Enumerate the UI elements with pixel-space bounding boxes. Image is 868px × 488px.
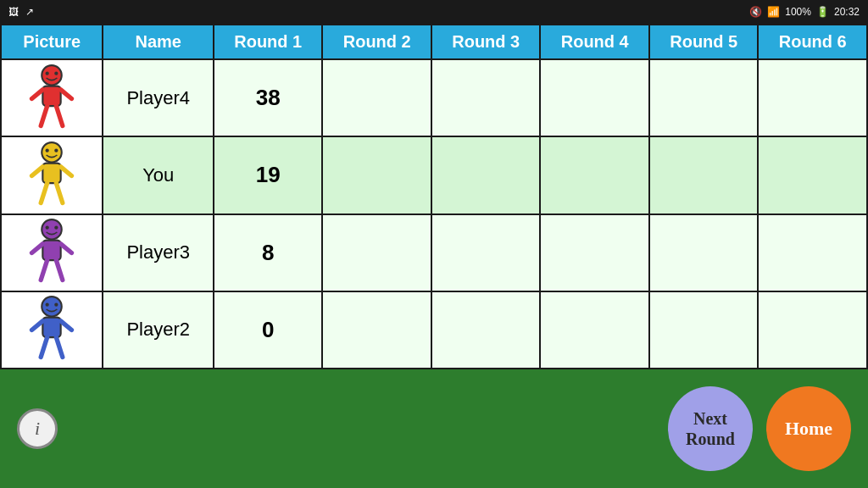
- svg-line-4: [32, 89, 43, 98]
- player-score-round2-player4: [322, 59, 431, 136]
- svg-line-5: [61, 89, 72, 98]
- player-score-round1-player4: 38: [214, 59, 323, 136]
- svg-point-25: [46, 303, 49, 307]
- svg-rect-27: [43, 318, 61, 337]
- scoreboard-table-container: Picture Name Round 1 Round 2 Round 3 Rou…: [0, 24, 868, 369]
- svg-line-6: [41, 106, 47, 125]
- svg-line-31: [57, 337, 63, 357]
- player-score-round4-player2: [540, 291, 649, 369]
- player-avatar-player3: [1, 214, 103, 291]
- player-score-round4-you: [540, 136, 649, 214]
- player-score-round5-you: [649, 136, 759, 214]
- svg-point-17: [46, 226, 49, 230]
- svg-line-22: [41, 260, 47, 280]
- player-score-round3-you: [431, 136, 541, 214]
- player-score-round2-player3: [322, 214, 431, 291]
- col-header-round5: Round 5: [649, 25, 759, 59]
- player-score-round6-player3: [758, 214, 867, 291]
- svg-rect-3: [43, 86, 61, 105]
- battery-label: 100%: [785, 6, 811, 18]
- svg-line-23: [57, 260, 63, 280]
- action-buttons: NextRound Home: [668, 386, 851, 471]
- photo-icon: 🖼: [8, 6, 19, 18]
- svg-line-14: [41, 183, 47, 202]
- player-score-round5-player4: [649, 59, 759, 136]
- time-label: 20:32: [834, 6, 860, 18]
- svg-point-2: [54, 71, 58, 75]
- svg-rect-19: [43, 241, 61, 260]
- col-header-round4: Round 4: [540, 25, 649, 59]
- info-button[interactable]: i: [17, 408, 58, 449]
- player-score-round6-you: [758, 136, 867, 214]
- svg-point-16: [42, 219, 62, 239]
- player-score-round4-player4: [540, 59, 649, 136]
- player-score-round3-player3: [431, 214, 541, 291]
- status-left-icons: 🖼 ↗: [8, 6, 34, 18]
- player-avatar-player4: [1, 59, 103, 136]
- svg-point-8: [42, 142, 62, 162]
- mute-icon: 🔇: [749, 6, 762, 18]
- player-score-round3-player2: [431, 291, 541, 369]
- col-header-picture: Picture: [1, 25, 103, 59]
- svg-point-1: [46, 71, 49, 75]
- table-row: Player438: [1, 59, 867, 136]
- svg-line-28: [32, 321, 43, 330]
- player-score-round5-player2: [649, 291, 759, 369]
- svg-line-13: [61, 167, 72, 176]
- player-score-round3-player4: [431, 59, 541, 136]
- player-name-player3: Player3: [103, 214, 214, 291]
- player-score-round1-player3: 8: [214, 214, 323, 291]
- player-score-round2-player2: [322, 291, 431, 369]
- player-name-player2: Player2: [103, 291, 214, 369]
- col-header-round6: Round 6: [758, 25, 867, 59]
- svg-line-7: [57, 106, 63, 125]
- info-icon: i: [35, 418, 40, 440]
- svg-point-24: [42, 297, 62, 316]
- player-avatar-player2: [1, 291, 103, 369]
- player-score-round1-you: 19: [214, 136, 323, 214]
- player-name-you: You: [103, 136, 214, 214]
- svg-line-20: [32, 244, 43, 253]
- col-header-round1: Round 1: [214, 25, 323, 59]
- player-score-round5-player3: [649, 214, 759, 291]
- svg-point-18: [54, 226, 58, 230]
- col-header-round3: Round 3: [431, 25, 541, 59]
- svg-point-0: [42, 65, 62, 85]
- scoreboard-table: Picture Name Round 1 Round 2 Round 3 Rou…: [0, 24, 868, 369]
- svg-line-30: [41, 337, 47, 357]
- svg-point-26: [54, 303, 58, 307]
- svg-line-29: [61, 321, 72, 330]
- col-header-name: Name: [103, 25, 214, 59]
- svg-rect-11: [43, 163, 61, 182]
- table-row: You19: [1, 136, 867, 214]
- bottom-bar: i NextRound Home: [0, 369, 868, 488]
- table-row: Player38: [1, 214, 867, 291]
- table-row: Player20: [1, 291, 867, 369]
- player-score-round1-player2: 0: [214, 291, 323, 369]
- player-score-round2-you: [322, 136, 431, 214]
- player-score-round6-player4: [758, 59, 867, 136]
- status-right-icons: 🔇 📶 100% 🔋 20:32: [749, 6, 860, 18]
- status-bar: 🖼 ↗ 🔇 📶 100% 🔋 20:32: [0, 0, 868, 24]
- player-score-round6-player2: [758, 291, 867, 369]
- player-name-player4: Player4: [103, 59, 214, 136]
- svg-point-10: [54, 148, 58, 152]
- player-avatar-you: [1, 136, 103, 214]
- player-score-round4-player3: [540, 214, 649, 291]
- svg-line-15: [57, 183, 63, 202]
- next-round-button[interactable]: NextRound: [668, 386, 753, 471]
- home-button[interactable]: Home: [766, 386, 851, 471]
- svg-line-12: [32, 167, 43, 176]
- wifi-icon: 📶: [767, 6, 780, 18]
- battery-icon: 🔋: [816, 6, 829, 18]
- svg-line-21: [61, 244, 72, 253]
- share-icon: ↗: [25, 6, 34, 18]
- col-header-round2: Round 2: [322, 25, 431, 59]
- svg-point-9: [46, 148, 49, 152]
